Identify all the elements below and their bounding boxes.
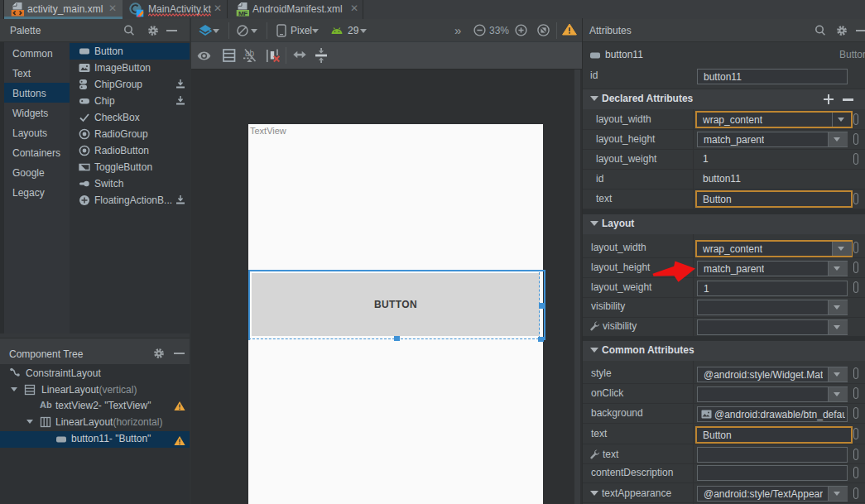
svg-text:ab: ab <box>245 49 255 58</box>
svg-text:MF: MF <box>238 10 247 17</box>
